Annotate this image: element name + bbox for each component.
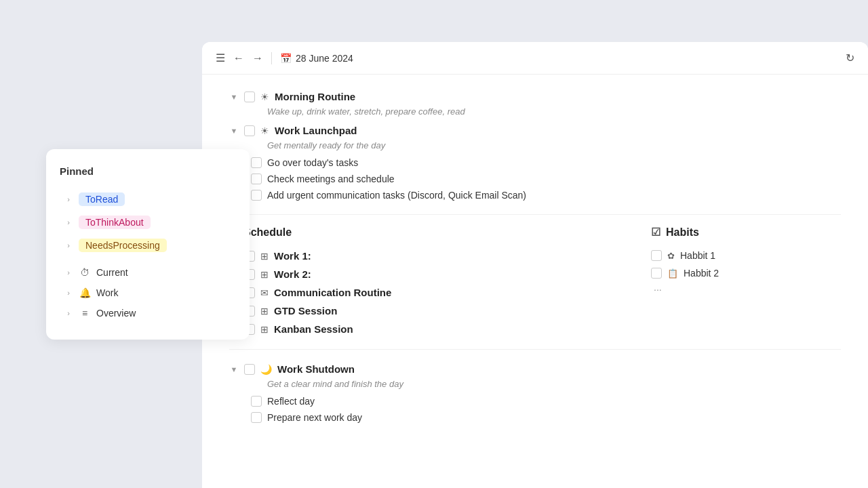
bell-icon: 🔔 [79, 287, 91, 298]
morning-routine-checkbox[interactable] [244, 92, 255, 102]
habits-ellipsis: ... [651, 282, 841, 293]
chevron-icon: › [64, 309, 73, 317]
list-view-icon[interactable]: ☰ [216, 52, 225, 64]
grid-icon: ⊞ [260, 324, 269, 335]
work-shutdown-section: ▼ 🌙 Work Shutdown Get a clear mind and f… [229, 361, 841, 426]
refresh-icon[interactable]: ↻ [846, 52, 854, 64]
morning-routine-section: ▼ ☀ Morning Routine Wake up, drink water… [229, 88, 841, 117]
sidebar-item-overview[interactable]: › ≡ Overview [60, 303, 236, 323]
morning-routine-row: ▼ ☀ Morning Routine [229, 88, 841, 105]
work-shutdown-title: Work Shutdown [277, 363, 355, 375]
reflect-checkbox[interactable] [251, 396, 262, 407]
work-shutdown-subtitle: Get a clear mind and finish the day [229, 379, 841, 389]
subtask-checkbox[interactable] [251, 190, 262, 201]
subtask-label: Check meetings and schedule [267, 174, 395, 184]
collapse-icon[interactable]: ▼ [229, 93, 239, 101]
date-text: 28 June 2024 [296, 53, 353, 64]
prepare-label: Prepare next work day [267, 412, 362, 423]
toolbar-date: 📅 28 June 2024 [280, 53, 353, 64]
sidebar-item-needs[interactable]: › NeedsProcessing [60, 234, 236, 257]
work2-label: Work 2: [274, 268, 311, 280]
subtask-add-urgent: Add urgent communication tasks (Discord,… [229, 187, 841, 203]
two-col-layout: ⊞ Schedule ▶ ⊞ Work 1: ▶ ⊞ Work 2: [229, 226, 841, 338]
divider [229, 349, 841, 350]
toolbar-divider [271, 52, 272, 64]
subtask-go-over: Go over today's tasks [229, 155, 841, 171]
tag-toread: ToRead [79, 192, 125, 206]
collapse-icon[interactable]: ▼ [229, 127, 239, 135]
habit-item-2: 📋 Habbit 2 [651, 264, 841, 282]
chevron-icon: › [64, 289, 73, 297]
chevron-icon: › [64, 241, 73, 249]
work-launchpad-section: ▼ ☀ Work Launchpad Get mentally ready fo… [229, 122, 841, 203]
work-launchpad-row: ▼ ☀ Work Launchpad [229, 122, 841, 139]
subtask-check-meetings: Check meetings and schedule [229, 171, 841, 187]
habits-title: Habits [666, 226, 699, 239]
schedule-title: Schedule [243, 226, 292, 239]
sidebar: Pinned › ToRead › ToThinkAbout › NeedsPr… [46, 149, 250, 340]
sidebar-item-current[interactable]: › ⏱ Current [60, 262, 236, 283]
tag-tothink: ToThinkAbout [79, 216, 151, 229]
main-window: ☰ ← → 📅 28 June 2024 ↻ ▼ ☀ Morning Routi… [202, 42, 868, 488]
flower-icon: ✿ [667, 251, 675, 261]
subtask-checkbox[interactable] [251, 174, 262, 184]
sun-icon: ☀ [260, 92, 269, 102]
subtask-label: Add urgent communication tasks (Discord,… [267, 190, 526, 201]
work1-label: Work 1: [274, 250, 311, 262]
habit1-checkbox[interactable] [651, 250, 662, 261]
content-area: ▼ ☀ Morning Routine Wake up, drink water… [202, 75, 868, 488]
divider [229, 214, 841, 215]
toolbar: ☰ ← → 📅 28 June 2024 ↻ [202, 42, 868, 75]
timer-icon: ⏱ [79, 267, 91, 278]
habit1-label: Habbit 1 [680, 250, 715, 261]
back-icon[interactable]: ← [233, 52, 244, 64]
habits-icon: ☑ [651, 226, 660, 239]
subtask-reflect: Reflect day [229, 393, 841, 409]
schedule-item-work2: ▶ ⊞ Work 2: [229, 265, 624, 283]
work-launchpad-title: Work Launchpad [275, 125, 357, 136]
sun-icon: ☀ [260, 125, 269, 136]
gtd-label: GTD Session [274, 305, 337, 317]
schedule-header: ⊞ Schedule [229, 226, 624, 239]
habits-column: ☑ Habits ✿ Habbit 1 📋 Habbit 2 ... [651, 226, 841, 338]
work-shutdown-row: ▼ 🌙 Work Shutdown [229, 361, 841, 378]
comm-label: Communication Routine [274, 287, 391, 298]
calendar-icon: 📅 [280, 53, 292, 64]
habit2-label: Habbit 2 [684, 268, 719, 279]
sidebar-label-work: Work [96, 287, 118, 298]
forward-icon[interactable]: → [252, 52, 263, 64]
schedule-item-kanban: ▶ ⊞ Kanban Session [229, 320, 624, 338]
schedule-item-work1: ▶ ⊞ Work 1: [229, 247, 624, 265]
subtask-label: Go over today's tasks [267, 157, 358, 168]
mail-icon: ✉ [260, 287, 269, 298]
moon-icon: 🌙 [260, 364, 272, 375]
subtask-checkbox[interactable] [251, 157, 262, 168]
schedule-item-comm: ▶ ✉ Communication Routine [229, 283, 624, 302]
habits-header: ☑ Habits [651, 226, 841, 239]
collapse-icon[interactable]: ▼ [229, 365, 239, 373]
grid-icon: ⊞ [260, 306, 269, 317]
list-icon: ≡ [79, 308, 91, 319]
kanban-label: Kanban Session [274, 323, 353, 335]
schedule-column: ⊞ Schedule ▶ ⊞ Work 1: ▶ ⊞ Work 2: [229, 226, 624, 338]
sidebar-label-current: Current [96, 267, 128, 278]
prepare-checkbox[interactable] [251, 412, 262, 423]
work-launchpad-checkbox[interactable] [244, 125, 255, 136]
sidebar-item-toread[interactable]: › ToRead [60, 188, 236, 211]
sidebar-item-tothink[interactable]: › ToThinkAbout [60, 211, 236, 234]
tag-needs: NeedsProcessing [79, 239, 167, 252]
habit-item-1: ✿ Habbit 1 [651, 247, 841, 264]
grid-icon: ⊞ [260, 269, 269, 280]
sidebar-label-overview: Overview [96, 308, 136, 319]
work-shutdown-checkbox[interactable] [244, 364, 255, 375]
sidebar-item-work[interactable]: › 🔔 Work [60, 283, 236, 303]
grid-icon: ⊞ [260, 251, 269, 262]
schedule-item-gtd: ▶ ⊞ GTD Session [229, 302, 624, 320]
chevron-icon: › [64, 218, 73, 226]
chevron-icon: › [64, 195, 73, 203]
morning-routine-subtitle: Wake up, drink water, stretch, prepare c… [229, 106, 841, 117]
clipboard-icon: 📋 [667, 268, 678, 279]
reflect-label: Reflect day [267, 396, 315, 407]
morning-routine-title: Morning Routine [275, 91, 355, 102]
habit2-checkbox[interactable] [651, 268, 662, 279]
